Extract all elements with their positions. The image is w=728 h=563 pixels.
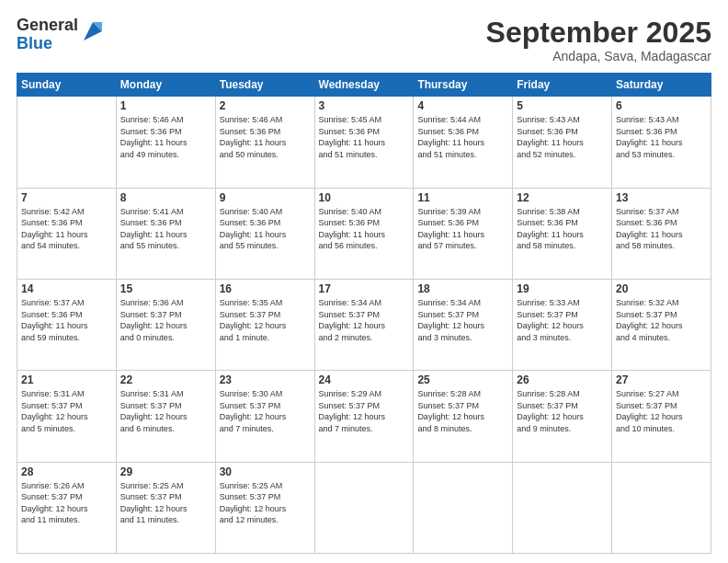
day-number: 27 (616, 373, 707, 386)
day-number: 18 (417, 282, 508, 295)
week-row-2: 14Sunrise: 5:37 AM Sunset: 5:36 PM Dayli… (17, 279, 711, 370)
day-info: Sunrise: 5:46 AM Sunset: 5:36 PM Dayligh… (120, 114, 211, 160)
table-row: 22Sunrise: 5:31 AM Sunset: 5:37 PM Dayli… (116, 371, 215, 462)
table-row: 8Sunrise: 5:41 AM Sunset: 5:36 PM Daylig… (116, 188, 215, 279)
day-info: Sunrise: 5:33 AM Sunset: 5:37 PM Dayligh… (517, 297, 608, 343)
logo-blue: Blue (17, 35, 78, 53)
day-number: 25 (417, 373, 508, 386)
table-row: 16Sunrise: 5:35 AM Sunset: 5:37 PM Dayli… (215, 279, 314, 370)
day-info: Sunrise: 5:25 AM Sunset: 5:37 PM Dayligh… (220, 480, 311, 526)
day-info: Sunrise: 5:40 AM Sunset: 5:36 PM Dayligh… (220, 206, 311, 252)
col-monday: Monday (116, 74, 215, 97)
page: General Blue September 2025 Andapa, Sava… (0, 0, 728, 563)
day-info: Sunrise: 5:31 AM Sunset: 5:37 PM Dayligh… (120, 388, 211, 434)
table-row: 1Sunrise: 5:46 AM Sunset: 5:36 PM Daylig… (116, 97, 215, 188)
day-number: 3 (319, 99, 410, 112)
day-number: 26 (517, 373, 608, 386)
header: General Blue September 2025 Andapa, Sava… (17, 17, 711, 63)
col-thursday: Thursday (414, 74, 513, 97)
day-number: 1 (120, 99, 211, 112)
calendar-table: Sunday Monday Tuesday Wednesday Thursday… (17, 73, 711, 554)
table-row (612, 462, 711, 553)
day-number: 14 (21, 282, 112, 295)
day-info: Sunrise: 5:40 AM Sunset: 5:36 PM Dayligh… (319, 206, 410, 252)
day-number: 17 (319, 282, 410, 295)
day-number: 12 (517, 191, 608, 204)
day-number: 21 (21, 373, 112, 386)
day-number: 11 (417, 191, 508, 204)
col-wednesday: Wednesday (314, 74, 414, 97)
day-info: Sunrise: 5:41 AM Sunset: 5:36 PM Dayligh… (120, 206, 211, 252)
day-info: Sunrise: 5:31 AM Sunset: 5:37 PM Dayligh… (21, 388, 112, 434)
day-number: 24 (319, 373, 410, 386)
day-info: Sunrise: 5:38 AM Sunset: 5:36 PM Dayligh… (517, 206, 608, 252)
table-row: 21Sunrise: 5:31 AM Sunset: 5:37 PM Dayli… (17, 371, 117, 462)
day-info: Sunrise: 5:44 AM Sunset: 5:36 PM Dayligh… (417, 114, 508, 160)
table-row: 19Sunrise: 5:33 AM Sunset: 5:37 PM Dayli… (513, 279, 612, 370)
table-row: 23Sunrise: 5:30 AM Sunset: 5:37 PM Dayli… (215, 371, 314, 462)
day-number: 22 (120, 373, 211, 386)
table-row: 27Sunrise: 5:27 AM Sunset: 5:37 PM Dayli… (612, 371, 711, 462)
table-row (513, 462, 612, 553)
col-tuesday: Tuesday (215, 74, 314, 97)
day-info: Sunrise: 5:32 AM Sunset: 5:37 PM Dayligh… (616, 297, 707, 343)
day-number: 4 (417, 99, 508, 112)
table-row: 17Sunrise: 5:34 AM Sunset: 5:37 PM Dayli… (314, 279, 414, 370)
day-info: Sunrise: 5:28 AM Sunset: 5:37 PM Dayligh… (517, 388, 608, 434)
day-info: Sunrise: 5:34 AM Sunset: 5:37 PM Dayligh… (417, 297, 508, 343)
day-number: 19 (517, 282, 608, 295)
table-row: 9Sunrise: 5:40 AM Sunset: 5:36 PM Daylig… (215, 188, 314, 279)
day-number: 5 (517, 99, 608, 112)
day-number: 15 (120, 282, 211, 295)
table-row: 2Sunrise: 5:46 AM Sunset: 5:36 PM Daylig… (215, 97, 314, 188)
day-number: 2 (220, 99, 311, 112)
week-row-1: 7Sunrise: 5:42 AM Sunset: 5:36 PM Daylig… (17, 188, 711, 279)
logo-icon (80, 18, 106, 44)
day-number: 23 (220, 373, 311, 386)
day-number: 16 (220, 282, 311, 295)
day-number: 7 (21, 191, 112, 204)
table-row: 24Sunrise: 5:29 AM Sunset: 5:37 PM Dayli… (314, 371, 414, 462)
table-row: 30Sunrise: 5:25 AM Sunset: 5:37 PM Dayli… (215, 462, 314, 553)
day-info: Sunrise: 5:36 AM Sunset: 5:37 PM Dayligh… (120, 297, 211, 343)
day-info: Sunrise: 5:43 AM Sunset: 5:36 PM Dayligh… (616, 114, 707, 160)
table-row: 13Sunrise: 5:37 AM Sunset: 5:36 PM Dayli… (612, 188, 711, 279)
week-row-3: 21Sunrise: 5:31 AM Sunset: 5:37 PM Dayli… (17, 371, 711, 462)
day-number: 30 (220, 465, 311, 478)
day-info: Sunrise: 5:25 AM Sunset: 5:37 PM Dayligh… (120, 480, 211, 526)
table-row (414, 462, 513, 553)
day-info: Sunrise: 5:46 AM Sunset: 5:36 PM Dayligh… (220, 114, 311, 160)
table-row: 26Sunrise: 5:28 AM Sunset: 5:37 PM Dayli… (513, 371, 612, 462)
day-number: 29 (120, 465, 211, 478)
day-info: Sunrise: 5:37 AM Sunset: 5:36 PM Dayligh… (616, 206, 707, 252)
day-number: 6 (616, 99, 707, 112)
day-info: Sunrise: 5:37 AM Sunset: 5:36 PM Dayligh… (21, 297, 112, 343)
table-row: 14Sunrise: 5:37 AM Sunset: 5:36 PM Dayli… (17, 279, 117, 370)
day-info: Sunrise: 5:42 AM Sunset: 5:36 PM Dayligh… (21, 206, 112, 252)
day-number: 28 (21, 465, 112, 478)
table-row: 18Sunrise: 5:34 AM Sunset: 5:37 PM Dayli… (414, 279, 513, 370)
table-row: 5Sunrise: 5:43 AM Sunset: 5:36 PM Daylig… (513, 97, 612, 188)
day-info: Sunrise: 5:26 AM Sunset: 5:37 PM Dayligh… (21, 480, 112, 526)
day-info: Sunrise: 5:35 AM Sunset: 5:37 PM Dayligh… (220, 297, 311, 343)
table-row: 6Sunrise: 5:43 AM Sunset: 5:36 PM Daylig… (612, 97, 711, 188)
day-number: 10 (319, 191, 410, 204)
day-info: Sunrise: 5:34 AM Sunset: 5:37 PM Dayligh… (319, 297, 410, 343)
day-info: Sunrise: 5:29 AM Sunset: 5:37 PM Dayligh… (319, 388, 410, 434)
logo-general: General (17, 17, 78, 35)
table-row: 10Sunrise: 5:40 AM Sunset: 5:36 PM Dayli… (314, 188, 414, 279)
logo: General Blue (17, 17, 106, 53)
day-info: Sunrise: 5:27 AM Sunset: 5:37 PM Dayligh… (616, 388, 707, 434)
table-row: 28Sunrise: 5:26 AM Sunset: 5:37 PM Dayli… (17, 462, 117, 553)
month-title: September 2025 (486, 17, 711, 49)
table-row: 29Sunrise: 5:25 AM Sunset: 5:37 PM Dayli… (116, 462, 215, 553)
table-row: 20Sunrise: 5:32 AM Sunset: 5:37 PM Dayli… (612, 279, 711, 370)
table-row (17, 97, 117, 188)
col-friday: Friday (513, 74, 612, 97)
table-row: 7Sunrise: 5:42 AM Sunset: 5:36 PM Daylig… (17, 188, 117, 279)
table-row: 25Sunrise: 5:28 AM Sunset: 5:37 PM Dayli… (414, 371, 513, 462)
title-block: September 2025 Andapa, Sava, Madagascar (486, 17, 711, 63)
location: Andapa, Sava, Madagascar (486, 49, 711, 63)
table-row: 12Sunrise: 5:38 AM Sunset: 5:36 PM Dayli… (513, 188, 612, 279)
day-number: 8 (120, 191, 211, 204)
